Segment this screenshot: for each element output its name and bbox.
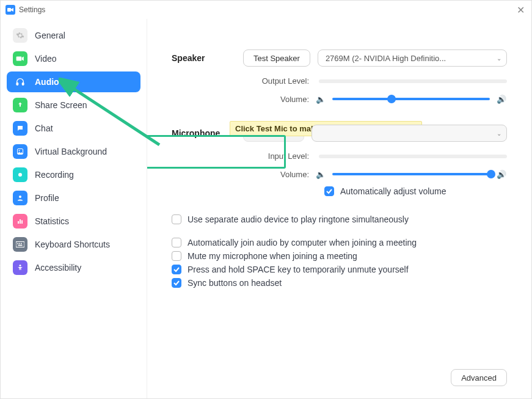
opt-space-unmute-label: Press and hold SPACE key to temporarily … [188,265,409,274]
output-level-meter [319,79,507,83]
keyboard-icon [13,237,27,252]
window-title: Settings [19,5,45,14]
chevron-down-icon: ⌄ [497,55,501,62]
opt-separate-device-checkbox[interactable] [172,214,181,224]
body: General Video Audio Share Screen Chat Vi… [1,19,531,398]
titlebar: Settings ✕ [1,1,531,19]
slider-thumb[interactable] [387,95,396,103]
volume-low-icon: 🔈 [315,170,326,179]
gear-icon [13,28,27,43]
svg-rect-13 [21,243,22,244]
sidebar-item-keyboard-shortcuts[interactable]: Keyboard Shortcuts [7,234,140,255]
svg-rect-0 [7,8,11,12]
video-icon [13,51,27,66]
sidebar-item-virtual-background[interactable]: Virtual Background [7,141,140,162]
recording-icon [13,167,27,182]
advanced-button[interactable]: Advanced [451,369,507,386]
svg-point-15 [20,265,21,266]
microphone-label: Microphone [172,128,236,138]
svg-rect-11 [17,243,18,244]
opt-sync-headset-checkbox[interactable] [172,278,181,288]
virtual-bg-icon [13,144,27,159]
opt-sync-headset-label: Sync buttons on headset [188,278,282,288]
sidebar-item-audio[interactable]: Audio [7,71,140,92]
opt-mute-on-join-label: Mute my microphone when joining a meetin… [188,251,357,261]
svg-rect-12 [19,243,20,244]
opt-auto-join-checkbox[interactable] [172,238,181,247]
sidebar-item-general[interactable]: General [7,25,140,46]
sidebar-item-profile[interactable]: Profile [7,188,140,208]
svg-point-4 [19,150,20,152]
slider-thumb[interactable] [487,170,495,178]
headphones-icon [13,75,27,89]
close-button[interactable]: ✕ [514,4,527,16]
mic-volume-label: Volume: [236,170,309,179]
volume-high-icon: 🔊 [496,95,507,104]
volume-low-icon: 🔈 [315,95,326,104]
speaker-device-select[interactable]: 2769M (2- NVIDIA High Definitio... ⌄ [318,49,507,67]
share-screen-icon [13,98,27,112]
opt-space-unmute-checkbox[interactable] [172,265,181,274]
sidebar-item-accessibility[interactable]: Accessibility [7,257,140,278]
speaker-volume-label: Volume: [236,95,309,104]
chat-icon [13,121,27,136]
svg-point-5 [18,173,22,177]
mic-volume-slider[interactable] [332,169,490,179]
svg-rect-10 [16,241,24,247]
sidebar-item-chat[interactable]: Chat [7,118,140,139]
volume-high-icon: 🔊 [496,170,507,179]
sidebar-item-statistics[interactable]: Statistics [7,211,140,232]
svg-rect-2 [22,82,24,85]
svg-rect-8 [20,219,21,224]
auto-adjust-label: Automatically adjust volume [340,186,446,196]
zoom-icon [5,5,15,15]
profile-icon [13,191,27,205]
mic-device-select[interactable]: ⌄ [312,125,507,142]
content-pane: Speaker Test Speaker 2769M (2- NVIDIA Hi… [147,19,531,398]
svg-rect-1 [16,82,18,85]
input-level-label: Input Level: [236,152,309,161]
opt-mute-on-join-checkbox[interactable] [172,251,181,261]
svg-rect-7 [18,221,19,224]
sidebar-item-share-screen[interactable]: Share Screen [7,95,140,115]
input-level-meter [319,155,507,158]
auto-adjust-checkbox[interactable] [324,186,334,196]
sidebar-item-video[interactable]: Video [7,48,140,69]
sidebar-item-recording[interactable]: Recording [7,164,140,185]
svg-rect-14 [18,245,23,246]
accessibility-icon [13,260,27,275]
statistics-icon [13,214,27,229]
opt-auto-join-label: Automatically join audio by computer whe… [188,238,417,247]
settings-window: Settings ✕ General Video Audio Share Scr… [0,0,532,399]
chevron-down-icon: ⌄ [497,130,501,137]
svg-rect-9 [21,221,23,224]
test-speaker-button[interactable]: Test Speaker [243,49,310,67]
opt-separate-device-label: Use separate audio device to play ringto… [188,214,409,224]
speaker-label: Speaker [172,53,236,63]
sidebar: General Video Audio Share Screen Chat Vi… [1,19,147,398]
speaker-device-value: 2769M (2- NVIDIA High Definitio... [326,54,446,63]
svg-point-6 [19,196,21,198]
output-level-label: Output Level: [236,76,309,86]
speaker-volume-slider[interactable] [332,94,490,104]
